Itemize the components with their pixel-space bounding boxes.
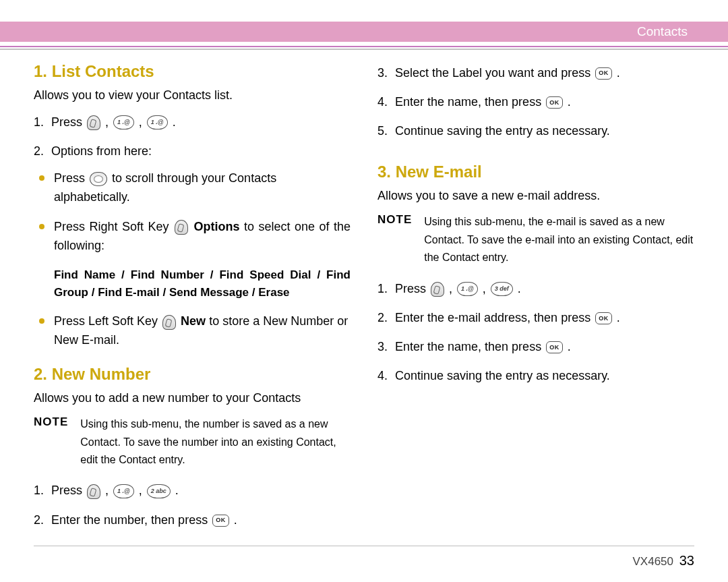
menu-key-icon [87, 115, 100, 130]
step-3-2: 2. Enter the e-mail address, then press … [377, 307, 694, 329]
left-soft-key-icon [162, 315, 176, 330]
menu-key-icon [431, 282, 444, 297]
note-new-number: NOTE Using this sub-menu, the number is … [34, 415, 351, 469]
note-text: Using this sub-menu, the number is saved… [80, 415, 351, 469]
note-text: Using this sub-menu, the e-mail is saved… [424, 213, 694, 266]
key-1-icon: 1 .@ [147, 115, 168, 129]
nav-key-icon [90, 172, 107, 186]
right-soft-key-icon [175, 220, 188, 235]
footer-text: VX4650 33 [34, 553, 694, 569]
intro-list-contacts: Allows you to view your Contacts list. [34, 86, 351, 105]
footer: VX4650 33 [34, 546, 694, 569]
key-1-icon: 1 .@ [457, 282, 478, 296]
heading-list-contacts: 1. List Contacts [34, 62, 351, 81]
heading-new-number: 2. New Number [34, 365, 351, 384]
step-2-1: 1. Press , 1 .@ , 2 abc . [34, 479, 351, 502]
step-3-1: 1. Press , 1 .@ , 3 def . [377, 278, 694, 300]
step-2-4: 4. Enter the name, then press OK . [377, 91, 694, 113]
ok-key-icon: OK [595, 67, 612, 80]
intro-new-number: Allows you to add a new number to your C… [34, 389, 351, 407]
step-3-3: 3. Enter the name, then press OK . [377, 336, 694, 358]
note-label: NOTE [34, 415, 68, 429]
step-2-2: 2. Enter the number, then press OK . [34, 509, 351, 531]
bullet-scroll: Press to scroll through your Contacts al… [34, 169, 351, 207]
intro-new-email: Allows you to save a new e-mail address. [377, 187, 694, 205]
bullet-options: Press Right Soft Key Options to select o… [34, 218, 351, 256]
note-new-email: NOTE Using this sub-menu, the e-mail is … [377, 213, 694, 266]
footer-page: 33 [679, 553, 694, 568]
step-3-4: 4. Continue saving the entry as necessar… [377, 365, 694, 387]
step-1-1: 1. Press , 1 .@ , 1 .@ . [34, 111, 351, 134]
step-2-3: 3. Select the Label you want and press O… [377, 62, 694, 84]
ok-key-icon: OK [212, 515, 229, 527]
header-title: Contacts [637, 24, 688, 39]
ok-key-icon: OK [546, 341, 563, 353]
page-body: 1. List Contacts Allows you to view your… [0, 50, 728, 538]
note-label: NOTE [377, 213, 412, 227]
right-column: 3. Select the Label you want and press O… [377, 62, 694, 538]
menu-key-icon [87, 484, 100, 499]
bullet-new: Press Left Soft Key New to store a New N… [34, 312, 351, 350]
key-1-icon: 1 .@ [113, 484, 134, 498]
left-column: 1. List Contacts Allows you to view your… [34, 62, 351, 538]
ok-key-icon: OK [595, 312, 612, 324]
divider-purple [0, 46, 728, 47]
step-2-5: 5. Continue saving the entry as necessar… [377, 120, 694, 142]
step-1-2: 2. Options from here: [34, 140, 351, 163]
key-1-icon: 1 .@ [113, 115, 134, 129]
footer-divider [34, 546, 694, 546]
footer-model: VX4650 [633, 555, 674, 568]
options-list-bold: Find Name / Find Number / Find Speed Dia… [34, 266, 351, 302]
key-2-icon: 2 abc [147, 484, 171, 498]
key-3-icon: 3 def [491, 282, 513, 296]
header-band: Contacts [0, 22, 728, 42]
heading-new-email: 3. New E-mail [377, 163, 694, 181]
ok-key-icon: OK [546, 96, 563, 109]
